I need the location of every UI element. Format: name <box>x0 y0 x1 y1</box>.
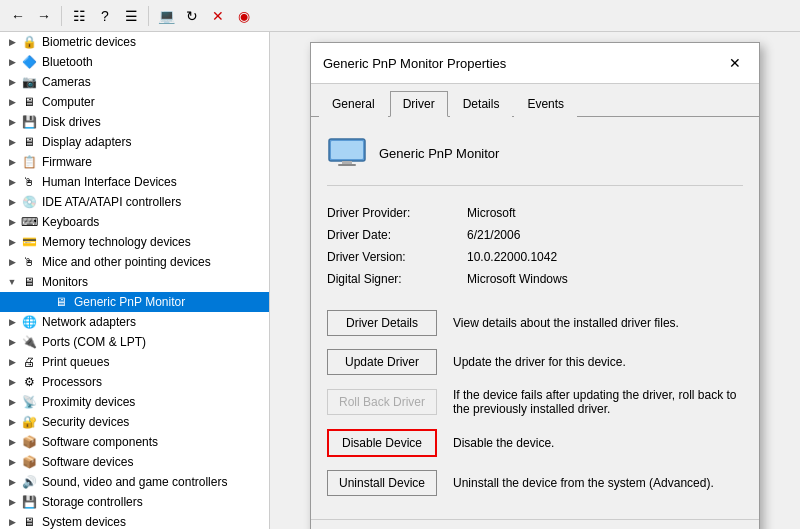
tree-item[interactable]: ▶🔊Sound, video and game controllers <box>0 472 269 492</box>
tree-item[interactable]: ▶🖥System devices <box>0 512 269 529</box>
tree-arrow: ▶ <box>4 497 20 507</box>
tree-arrow: ▶ <box>4 317 20 327</box>
tab-general[interactable]: General <box>319 91 388 117</box>
tree-item-icon: 🔌 <box>20 334 38 350</box>
tree-arrow: ▶ <box>4 477 20 487</box>
tree-item[interactable]: ▶💾Storage controllers <box>0 492 269 512</box>
help-button[interactable]: ? <box>93 4 117 28</box>
tree-item[interactable]: ▶💳Memory technology devices <box>0 232 269 252</box>
refresh-button[interactable]: ↻ <box>180 4 204 28</box>
tree-arrow: ▶ <box>4 517 20 527</box>
tree-item[interactable]: ▶📦Software components <box>0 432 269 452</box>
tree-item-label: Network adapters <box>42 315 136 329</box>
tree-arrow: ▶ <box>4 177 20 187</box>
tree-item[interactable]: ▶📋Firmware <box>0 152 269 172</box>
dialog-overlay: Generic PnP Monitor Properties ✕ General… <box>270 32 800 529</box>
dialog-footer: OKCancel <box>311 519 759 529</box>
tree-item[interactable]: ▶🖥Computer <box>0 92 269 112</box>
back-button[interactable]: ← <box>6 4 30 28</box>
action-row: Update DriverUpdate the driver for this … <box>327 343 743 382</box>
tree-item[interactable]: ▶🔒Biometric devices <box>0 32 269 52</box>
tree-item[interactable]: ▶🖨Print queues <box>0 352 269 372</box>
provider-label: Driver Provider: <box>327 204 467 222</box>
tab-events[interactable]: Events <box>514 91 577 117</box>
tree-item[interactable]: ▶⚙Processors <box>0 372 269 392</box>
action-row: Disable DeviceDisable the device. <box>327 423 743 464</box>
tree-item-icon: 🖥 <box>20 94 38 110</box>
tree-item[interactable]: ▶🖥Display adapters <box>0 132 269 152</box>
tree-arrow: ▶ <box>4 137 20 147</box>
action-btn-uninstall-device[interactable]: Uninstall Device <box>327 470 437 496</box>
tree-item[interactable]: ▶⌨Keyboards <box>0 212 269 232</box>
dialog-close-button[interactable]: ✕ <box>723 51 747 75</box>
tree-arrow: ▶ <box>4 217 20 227</box>
tree-item-icon: 🖨 <box>20 354 38 370</box>
action-row: Roll Back DriverIf the device fails afte… <box>327 382 743 423</box>
remove-button[interactable]: ✕ <box>206 4 230 28</box>
tree-item-label: Human Interface Devices <box>42 175 177 189</box>
action-btn-driver-details[interactable]: Driver Details <box>327 310 437 336</box>
tree-item[interactable]: ▶💾Disk drives <box>0 112 269 132</box>
tree-item-label: Generic PnP Monitor <box>74 295 185 309</box>
svg-rect-1 <box>331 141 363 159</box>
tree-item-label: Cameras <box>42 75 91 89</box>
view-button[interactable]: ☰ <box>119 4 143 28</box>
tree-arrow: ▶ <box>4 257 20 267</box>
device-icon <box>327 133 367 173</box>
tree-item[interactable]: ▶🔐Security devices <box>0 412 269 432</box>
tree-item[interactable]: ▶📷Cameras <box>0 72 269 92</box>
tree-arrow: ▶ <box>4 57 20 67</box>
tree-item[interactable]: ▶📡Proximity devices <box>0 392 269 412</box>
action-rows: Driver DetailsView details about the ins… <box>327 304 743 503</box>
tree-item-icon: 💾 <box>20 114 38 130</box>
action-row: Driver DetailsView details about the ins… <box>327 304 743 343</box>
tab-driver[interactable]: Driver <box>390 91 448 117</box>
action-btn-disable-device[interactable]: Disable Device <box>327 429 437 457</box>
tree-item[interactable]: ▼🖥Monitors <box>0 272 269 292</box>
properties-button[interactable]: ☷ <box>67 4 91 28</box>
tree-item-icon: 🖥 <box>20 514 38 529</box>
action-btn-roll-back-driver[interactable]: Roll Back Driver <box>327 389 437 415</box>
action-desc: View details about the installed driver … <box>453 316 743 330</box>
tree-item-label: Biometric devices <box>42 35 136 49</box>
tree-item-icon: ⚙ <box>20 374 38 390</box>
update-button[interactable]: ◉ <box>232 4 256 28</box>
tree-arrow: ▶ <box>4 197 20 207</box>
tree-item-icon: 🖱 <box>20 254 38 270</box>
device-tree[interactable]: ▶🔒Biometric devices▶🔷Bluetooth▶📷Cameras▶… <box>0 32 270 529</box>
toolbar-separator <box>61 6 62 26</box>
tree-item[interactable]: ▶🌐Network adapters <box>0 312 269 332</box>
provider-value: Microsoft <box>467 204 743 222</box>
tree-item[interactable]: ▶🔷Bluetooth <box>0 52 269 72</box>
tree-item-label: Sound, video and game controllers <box>42 475 227 489</box>
tree-item-icon: 💳 <box>20 234 38 250</box>
tree-item-icon: 💿 <box>20 194 38 210</box>
tree-item[interactable]: ▶🖱Mice and other pointing devices <box>0 252 269 272</box>
device-header: Generic PnP Monitor <box>327 133 743 186</box>
tree-item[interactable]: ▶🖱Human Interface Devices <box>0 172 269 192</box>
tree-item-icon: 📡 <box>20 394 38 410</box>
tree-arrow: ▶ <box>4 37 20 47</box>
tree-item-icon: 🖥 <box>20 134 38 150</box>
forward-button[interactable]: → <box>32 4 56 28</box>
tab-details[interactable]: Details <box>450 91 513 117</box>
tree-item[interactable]: 🖥Generic PnP Monitor <box>0 292 269 312</box>
tree-item-label: Software components <box>42 435 158 449</box>
tree-arrow: ▶ <box>4 157 20 167</box>
tree-item[interactable]: ▶📦Software devices <box>0 452 269 472</box>
tree-item-icon: 🔊 <box>20 474 38 490</box>
tree-item-label: Display adapters <box>42 135 131 149</box>
tree-item-label: Keyboards <box>42 215 99 229</box>
scan-button[interactable]: 💻 <box>154 4 178 28</box>
tree-item[interactable]: ▶🔌Ports (COM & LPT) <box>0 332 269 352</box>
svg-rect-2 <box>342 161 352 164</box>
right-area: Generic PnP Monitor Properties ✕ General… <box>270 32 800 529</box>
signer-label: Digital Signer: <box>327 270 467 288</box>
version-label: Driver Version: <box>327 248 467 266</box>
main-area: ▶🔒Biometric devices▶🔷Bluetooth▶📷Cameras▶… <box>0 32 800 529</box>
tree-arrow: ▶ <box>4 237 20 247</box>
tree-arrow: ▼ <box>4 277 20 287</box>
action-btn-update-driver[interactable]: Update Driver <box>327 349 437 375</box>
tree-item[interactable]: ▶💿IDE ATA/ATAPI controllers <box>0 192 269 212</box>
tree-arrow: ▶ <box>4 337 20 347</box>
